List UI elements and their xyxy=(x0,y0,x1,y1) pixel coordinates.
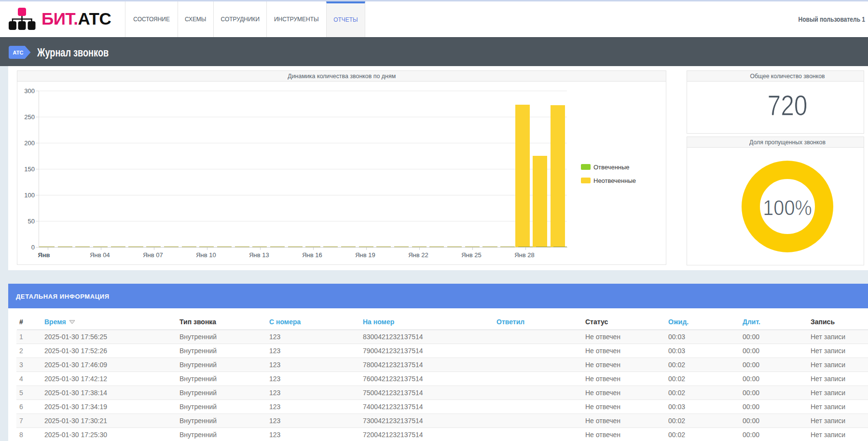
svg-text:АТС: АТС xyxy=(13,50,23,55)
